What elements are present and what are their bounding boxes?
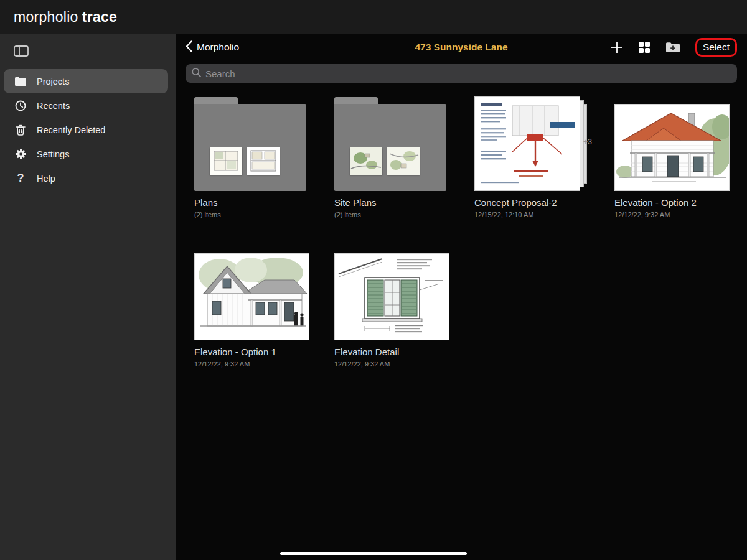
mini-thumbnail <box>350 147 382 175</box>
item-subtitle: 12/12/22, 9:32 AM <box>334 360 449 368</box>
item-subtitle: (2) items <box>334 211 449 218</box>
add-button[interactable] <box>611 41 623 54</box>
clock-icon <box>14 99 27 113</box>
sidebar-item-label: Recently Deleted <box>37 125 105 135</box>
grid-item-elevation-option-2[interactable]: Elevation - Option 2 12/12/22, 9:32 AM <box>614 96 730 218</box>
folder-thumbnail <box>194 97 306 191</box>
sidebar-item-help[interactable]: ? Help <box>4 166 168 190</box>
folder-body <box>194 104 306 191</box>
item-title: Elevation Detail <box>334 347 449 357</box>
sidebar-nav: Projects Recents Recently Deleted Settin… <box>0 69 176 190</box>
item-title: Concept Proposal-2 <box>474 197 590 208</box>
main-panel: Morpholio 473 Sunnyside Lane Select <box>176 34 747 560</box>
drawing-thumbnail <box>194 253 309 340</box>
mini-thumbnail <box>210 147 242 175</box>
page-title: 473 Sunnyside Lane <box>415 42 507 53</box>
item-subtitle: (2) items <box>194 211 309 218</box>
item-title: Elevation - Option 2 <box>614 197 730 208</box>
sidebar-item-projects[interactable]: Projects <box>4 69 168 93</box>
grid-view-button[interactable] <box>638 41 651 54</box>
sidebar-item-recents[interactable]: Recents <box>4 93 168 118</box>
logo-trace: trace <box>82 9 117 25</box>
folder-thumbnail <box>334 97 446 191</box>
item-subtitle: 12/12/22, 9:32 AM <box>614 211 730 218</box>
app-logo: morpholiotrace <box>14 9 117 26</box>
document-page <box>474 96 580 191</box>
chevron-left-icon <box>186 40 192 55</box>
search-icon <box>192 68 201 80</box>
home-indicator-bar[interactable] <box>280 552 467 555</box>
search-input[interactable] <box>205 68 731 79</box>
app-topbar: morpholiotrace <box>0 0 747 34</box>
grid-item-concept-proposal[interactable]: +3 Concept Proposal-2 12/15/22, 12:10 AM <box>474 96 590 218</box>
sidebar-item-label: Help <box>37 174 55 184</box>
logo-morpholio: morpholio <box>14 9 78 25</box>
sidebar-item-recently-deleted[interactable]: Recently Deleted <box>4 118 168 142</box>
gear-icon <box>14 147 27 161</box>
item-title: Site Plans <box>334 197 449 208</box>
project-grid: Plans (2) items <box>194 96 747 368</box>
grid-item-site-plans[interactable]: Site Plans (2) items <box>334 96 449 218</box>
mini-thumbnail <box>247 147 280 175</box>
drawing-thumbnail <box>334 253 449 340</box>
folder-icon <box>14 75 27 88</box>
sidebar-item-label: Settings <box>37 149 69 159</box>
new-project-button[interactable] <box>665 42 680 54</box>
search-row <box>176 60 747 83</box>
sidebar: Projects Recents Recently Deleted Settin… <box>0 34 176 560</box>
item-title: Elevation - Option 1 <box>194 347 309 357</box>
main-header: Morpholio 473 Sunnyside Lane Select <box>176 34 747 60</box>
folder-body <box>334 104 446 191</box>
item-subtitle: 12/12/22, 9:32 AM <box>194 360 309 368</box>
sidebar-item-label: Projects <box>37 77 69 86</box>
item-title: Plans <box>194 197 309 208</box>
grid-item-plans[interactable]: Plans (2) items <box>194 96 309 218</box>
trash-icon <box>14 123 27 137</box>
folder-tab <box>334 97 378 104</box>
sidebar-item-settings[interactable]: Settings <box>4 142 168 166</box>
search-bar[interactable] <box>186 64 737 83</box>
grid-item-elevation-detail[interactable]: Elevation Detail 12/12/22, 9:32 AM <box>334 246 449 368</box>
header-actions: Select <box>611 38 737 57</box>
sidebar-toggle-button[interactable] <box>0 39 176 69</box>
stack-count-badge: +3 <box>583 138 592 146</box>
item-subtitle: 12/15/22, 12:10 AM <box>474 211 590 218</box>
drawing-thumbnail <box>614 104 730 191</box>
folder-tab <box>194 97 238 104</box>
question-icon: ? <box>14 172 27 185</box>
stack-thumbnail: +3 <box>474 96 590 191</box>
back-label: Morpholio <box>197 42 239 53</box>
mini-thumbnail <box>387 147 420 175</box>
panel-toggle-icon <box>14 48 29 58</box>
back-button[interactable]: Morpholio <box>186 40 239 55</box>
grid-item-elevation-option-1[interactable]: Elevation - Option 1 12/12/22, 9:32 AM <box>194 246 309 368</box>
sidebar-item-label: Recents <box>37 101 70 111</box>
select-button[interactable]: Select <box>695 38 737 57</box>
